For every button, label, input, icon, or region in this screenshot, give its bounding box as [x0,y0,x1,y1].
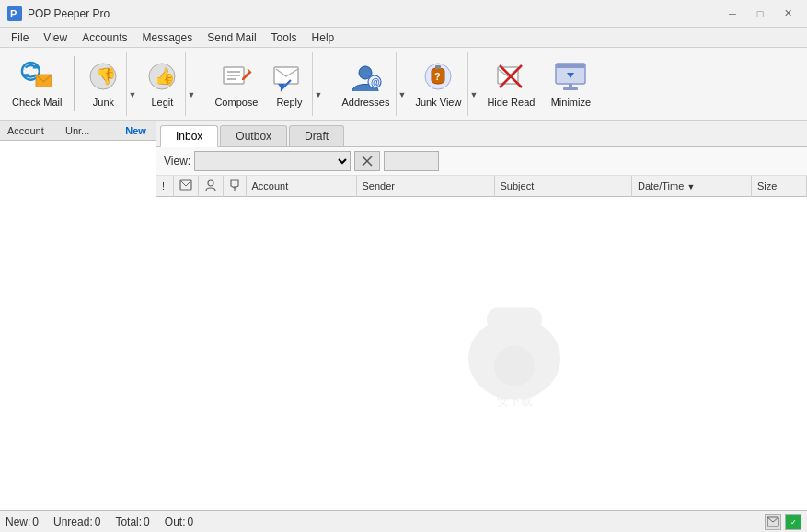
col-header-pin[interactable] [223,176,246,197]
compose-button[interactable]: Compose [208,52,264,116]
status-unread: Unread: 0 [53,515,100,528]
statusbar-icon-2[interactable]: ✓ [785,514,801,530]
addresses-label: Addresses [341,97,389,108]
watermark: 安下载 anxz.com [441,303,588,416]
svg-text:👍: 👍 [155,66,176,87]
col-header-envelope[interactable] [173,176,198,197]
minimize-window-button[interactable]: ─ [721,5,744,23]
window-title: POP Peeper Pro [28,7,721,20]
menu-view[interactable]: View [36,29,75,46]
message-area-wrapper: ! [156,176,807,510]
col-header-sender[interactable]: Sender [356,176,494,197]
svg-text:安下载: 安下载 [496,393,532,407]
status-new: New: 0 [6,515,39,528]
svg-point-36 [208,180,213,186]
col-header-excl[interactable]: ! [156,176,173,197]
svg-rect-29 [556,64,585,68]
minimize-label: Minimize [551,97,591,108]
junk-view-button[interactable]: ? Junk View [409,52,467,116]
total-value: 0 [144,515,150,528]
toolbar-sep-2 [202,56,202,111]
message-table: ! [156,176,807,197]
addresses-icon: @ [349,60,382,93]
check-mail-icon [20,60,53,93]
reply-button[interactable]: Reply [266,52,312,116]
sidebar-account-col: Account [4,123,62,138]
new-value: 0 [32,515,39,528]
sidebar-header: Account Unr... New [0,121,156,141]
tab-inbox[interactable]: Inbox [160,125,218,147]
legit-arrow-button[interactable]: ▼ [185,52,196,116]
compose-icon [220,60,253,93]
tab-draft[interactable]: Draft [289,125,344,146]
junk-label: Junk [93,97,114,108]
unread-label: Unread: [53,515,93,528]
menu-file[interactable]: File [4,29,36,46]
col-header-account[interactable]: Account [246,176,356,197]
addresses-button-group: @ Addresses ▼ [335,52,407,116]
statusbar-icon-1[interactable] [765,514,781,530]
menu-tools[interactable]: Tools [264,29,305,46]
col-header-size[interactable]: Size [752,176,807,197]
view-clear-button[interactable] [384,151,439,171]
reply-label: Reply [276,97,302,108]
view-filter-select[interactable] [194,151,351,171]
unread-value: 0 [95,515,101,528]
junk-view-arrow-button[interactable]: ▼ [467,52,478,116]
sidebar-unread-col: Unr... [62,123,120,138]
junk-view-label: Junk View [415,97,461,108]
svg-text:anxz.com: anxz.com [492,410,536,413]
out-label: Out: [165,515,186,528]
status-total: Total: 0 [115,515,149,528]
toolbar-sep-1 [74,56,75,111]
sidebar-account-list [0,141,156,510]
sort-indicator: ▼ [686,182,695,191]
junk-button[interactable]: 👎 Junk [80,52,126,116]
svg-text:?: ? [434,71,441,82]
reply-icon [272,60,306,93]
junk-view-button-group: ? Junk View ▼ [409,52,478,116]
addresses-button[interactable]: @ Addresses [335,52,396,116]
statusbar: New: 0 Unread: 0 Total: 0 Out: 0 ✓ [0,510,807,532]
minimize-to-tray-button[interactable]: Minimize [543,52,598,116]
menu-sendmail[interactable]: Send Mail [200,29,263,46]
legit-icon: 👍 [145,60,179,93]
svg-rect-31 [563,87,578,90]
menu-messages[interactable]: Messages [135,29,201,46]
maximize-window-button[interactable]: □ [748,5,772,23]
check-mail-button[interactable]: Check Mail [6,52,68,116]
menubar: File View Accounts Messages Send Mail To… [0,28,807,48]
svg-rect-40 [487,307,542,330]
col-header-contact[interactable] [198,176,223,197]
svg-rect-30 [569,84,572,87]
view-bar: View: [156,147,807,176]
statusbar-right: ✓ [765,514,801,530]
sidebar-new-col: New [120,123,152,138]
window-controls: ─ □ ✕ [721,5,800,23]
reply-arrow-button[interactable]: ▼ [312,52,323,116]
view-label: View: [164,155,190,168]
main-area: Account Unr... New Inbox Outbox Draft Vi… [0,121,807,510]
total-label: Total: [115,515,142,528]
junk-view-icon: ? [421,60,455,93]
new-label: New: [6,515,30,528]
junk-arrow-button[interactable]: ▼ [126,52,137,116]
status-out: Out: 0 [165,515,193,528]
close-window-button[interactable]: ✕ [776,5,800,23]
menu-help[interactable]: Help [305,29,342,46]
view-filter-icon-button[interactable] [354,151,380,171]
legit-button[interactable]: 👍 Legit [139,52,185,116]
svg-rect-39 [468,317,560,399]
hide-read-button[interactable]: Hide Read [480,52,541,116]
menu-accounts[interactable]: Accounts [75,29,134,46]
junk-icon: 👎 [86,60,120,93]
svg-text:P: P [10,8,17,19]
col-header-datetime[interactable]: Date/Time ▼ [632,176,752,197]
message-list[interactable]: ! [156,176,807,510]
col-header-subject[interactable]: Subject [494,176,632,197]
tab-outbox[interactable]: Outbox [220,125,287,146]
reply-button-group: Reply ▼ [266,52,323,116]
tab-bar: Inbox Outbox Draft [156,121,807,147]
svg-text:👎: 👎 [96,66,117,87]
addresses-arrow-button[interactable]: ▼ [396,52,407,116]
